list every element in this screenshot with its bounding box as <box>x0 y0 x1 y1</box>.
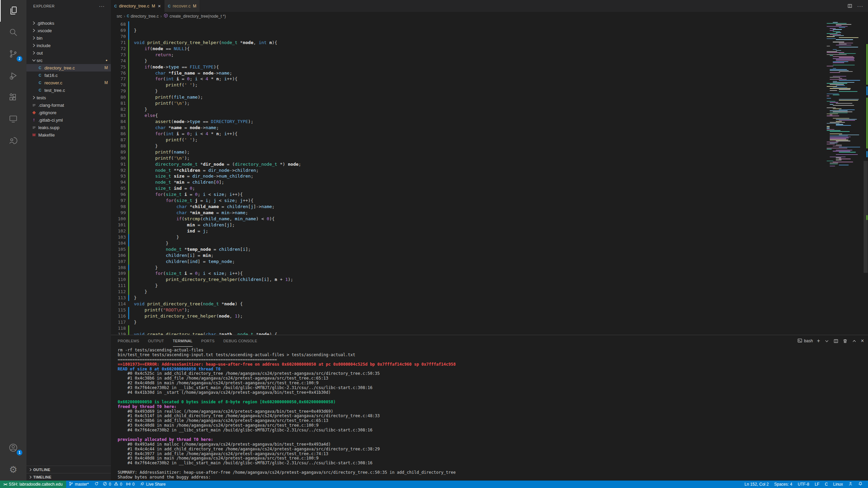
branch-icon <box>69 482 73 487</box>
minimap-line <box>827 132 863 133</box>
line-number: 89 <box>111 149 126 155</box>
gear-icon: ⚙ <box>9 464 17 475</box>
tree-item-recover-c[interactable]: Crecover.cM <box>26 79 111 86</box>
terminal-dropdown-icon[interactable] <box>824 339 829 344</box>
tree-item-gitlab-ci-yml[interactable]: !.gitlab-ci.yml <box>26 116 111 124</box>
new-terminal-icon[interactable]: + <box>817 338 820 344</box>
sidebar-section-timeline[interactable]: TIMELINE <box>26 473 111 481</box>
terminal-line: ========================================… <box>118 358 868 362</box>
breadcrumb-item[interactable]: Cdirectory_tree.c <box>127 14 159 19</box>
status-ports[interactable]: 0 <box>123 481 137 488</box>
status-label: LF <box>815 482 820 487</box>
overview-ruler-mark <box>866 151 868 157</box>
tree-item-include[interactable]: include <box>26 42 111 49</box>
status-sync[interactable] <box>92 481 101 488</box>
status-notifications[interactable] <box>855 481 865 488</box>
minimap-line <box>839 147 860 147</box>
status-live-share[interactable]: Live Share <box>137 481 168 488</box>
status-errors[interactable]: 0 <box>101 481 113 488</box>
terminal-output[interactable]: rm -rf tests/ascending-actual-filesbin/t… <box>111 347 868 481</box>
status-branch[interactable]: master* <box>66 481 92 488</box>
minimap-line <box>833 31 840 32</box>
status-feedback[interactable] <box>846 481 855 488</box>
line-number: 77 <box>111 76 126 82</box>
status-warnings[interactable]: 0 <box>113 481 124 488</box>
shell-selector[interactable]: bash <box>797 338 813 344</box>
minimap-line <box>836 24 851 25</box>
tree-item-test-tree-c[interactable]: Ctest_tree.c <box>26 86 111 94</box>
maximize-panel-icon[interactable] <box>852 339 857 344</box>
breadcrumb[interactable]: src›Cdirectory_tree.c›create_directory_t… <box>111 12 868 20</box>
tree-item-fat16-c[interactable]: Cfat16.c <box>26 72 111 79</box>
activity-item-run-debug[interactable] <box>0 65 26 87</box>
tab-directory-tree-c[interactable]: Cdirectory_tree.cM× <box>111 0 164 12</box>
activity-item-source-control[interactable]: 2 <box>0 43 26 65</box>
close-panel-icon[interactable]: × <box>861 338 864 344</box>
status-language-mode[interactable]: C <box>822 481 831 488</box>
minimap-line <box>827 67 863 68</box>
tree-item-tests[interactable]: tests <box>26 94 111 101</box>
tree-item-out[interactable]: out <box>26 49 111 57</box>
editor-scrollbar[interactable] <box>863 20 868 335</box>
breadcrumb-item[interactable]: create_directory_tree(node_t *) <box>163 13 226 19</box>
tab-bar: Cdirectory_tree.cM×Crecover.cM··· <box>111 0 868 12</box>
line-number: 96 <box>111 191 126 198</box>
status-label: SSH: labradoodle.caltech.edu <box>9 482 63 487</box>
minimap-line <box>836 124 843 125</box>
breadcrumb-separator: › <box>124 14 125 19</box>
split-editor-icon[interactable] <box>847 3 852 8</box>
activity-bar-bottom: 1⚙ <box>0 437 26 481</box>
minimap-line <box>830 138 849 138</box>
terminal-line: bin/test_tree tests/ascending-input.txt … <box>118 353 868 358</box>
activity-item-remote-explorer[interactable] <box>0 108 26 130</box>
tree-item-bin[interactable]: bin <box>26 34 111 42</box>
activity-item-accounts[interactable]: 1 <box>0 437 26 459</box>
tab-recover-c[interactable]: Crecover.cM <box>164 0 200 12</box>
minimap[interactable] <box>827 20 863 167</box>
diff-gutter <box>128 119 129 125</box>
tree-item-clang-format[interactable]: .clang-format <box>26 101 111 109</box>
kill-terminal-icon[interactable] <box>843 339 848 344</box>
tree-item-pretest-agangava-ssh-labradoodle-caltech-edu[interactable]: PRETEST-AGANGAVA [SSH: LABRADOODLE.CALTE… <box>26 12 111 19</box>
status-indentation[interactable]: Spaces: 4 <box>771 481 795 488</box>
terminal-line: #0 0x493d69 in realloc (/home/agangava/c… <box>118 409 868 414</box>
tree-item-githooks[interactable]: .githooks <box>26 19 111 27</box>
code-area[interactable]: 6869}7071void print_directory_tree_helpe… <box>111 20 824 335</box>
minimap-line <box>827 127 830 128</box>
tree-item-leaks-supp[interactable]: leaks.supp <box>26 124 111 131</box>
activity-item-explorer[interactable] <box>0 0 26 22</box>
status-os[interactable]: Linux <box>830 481 846 488</box>
minimap-line <box>836 25 842 26</box>
sidebar-more-actions-icon[interactable]: ··· <box>99 3 105 9</box>
tree-item-src[interactable]: src● <box>26 57 111 64</box>
activity-item-extensions[interactable] <box>0 87 26 108</box>
status-cursor-position[interactable]: Ln 152, Col 2 <box>742 481 771 488</box>
split-terminal-icon[interactable] <box>833 339 839 344</box>
more-actions-icon[interactable]: ··· <box>857 3 863 9</box>
close-icon[interactable]: × <box>158 3 161 8</box>
panel-tab-terminal[interactable]: TERMINAL <box>173 335 193 347</box>
tree-item-vscode[interactable]: .vscode <box>26 27 111 34</box>
terminal-line: previously allocated by thread T0 here: <box>118 438 868 442</box>
tree-item-gitignore[interactable]: .gitignore <box>26 109 111 116</box>
status-encoding[interactable]: UTF-8 <box>795 481 812 488</box>
sidebar-section-outline[interactable]: OUTLINE <box>26 466 111 473</box>
panel-tab-problems[interactable]: PROBLEMS <box>118 335 139 347</box>
minimap-line <box>836 119 857 120</box>
code-line-117: 117} <box>111 319 824 325</box>
tree-item-makefile[interactable]: MMakefile <box>26 131 111 139</box>
panel-tab-ports[interactable]: PORTS <box>201 335 215 347</box>
panel-tab-debug-console[interactable]: DEBUG CONSOLE <box>223 335 257 347</box>
breadcrumb-item[interactable]: src <box>117 14 122 19</box>
panel-tab-output[interactable]: OUTPUT <box>148 335 164 347</box>
tree-item-directory-tree-c[interactable]: Cdirectory_tree.cM <box>26 64 111 72</box>
chevron-down-icon <box>31 58 37 63</box>
diff-gutter <box>128 131 129 137</box>
code-text: print_directory_tree_helper(node, 1); <box>134 313 243 319</box>
status-eol[interactable]: LF <box>812 481 822 488</box>
status-remote[interactable]: ><SSH: labradoodle.caltech.edu <box>0 481 66 488</box>
minimap-line <box>827 149 832 149</box>
activity-item-search[interactable] <box>0 22 26 43</box>
activity-item-settings[interactable]: ⚙ <box>0 459 26 481</box>
activity-item-live-share[interactable] <box>0 130 26 152</box>
